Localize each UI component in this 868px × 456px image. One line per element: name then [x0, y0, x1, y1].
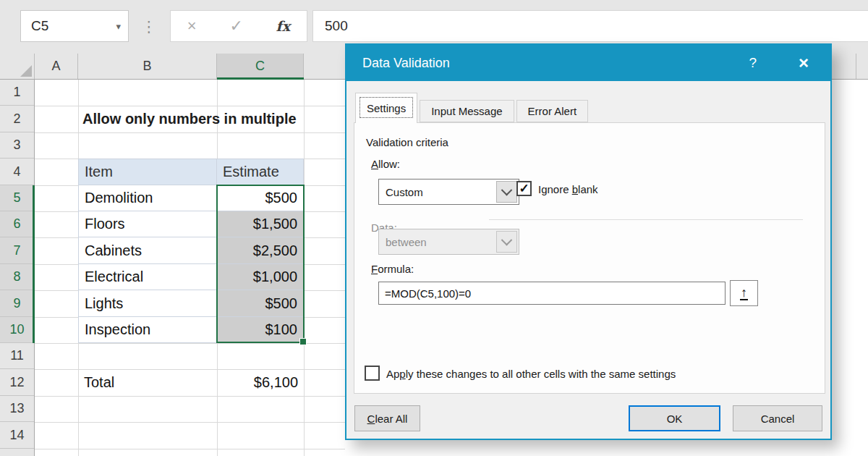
cell-item[interactable]: Cabinets — [79, 237, 217, 263]
ignore-blank-label: Ignore blank — [538, 183, 598, 195]
collapse-dialog-button[interactable]: ↑ — [730, 280, 758, 306]
cell-item[interactable]: Demolition — [79, 185, 217, 211]
data-dropdown-button — [496, 231, 517, 253]
gridline — [35, 449, 345, 449]
allow-dropdown-button[interactable] — [496, 181, 517, 203]
row-header-11[interactable]: 11 — [0, 343, 34, 369]
column-header-b[interactable]: B — [78, 54, 217, 79]
validation-criteria-label: Validation criteria — [366, 136, 448, 148]
column-header-c[interactable]: C — [217, 54, 304, 79]
row-header-5[interactable]: 5 — [0, 185, 34, 211]
dialog-titlebar[interactable]: Data Validation — [346, 45, 830, 81]
selected-rows-strip — [33, 185, 35, 343]
row-header-13[interactable]: 13 — [0, 396, 34, 422]
row-header-15[interactable]: 15 — [0, 449, 34, 456]
allow-dropdown-value: Custom — [386, 186, 423, 198]
gridline — [35, 132, 345, 133]
header-cell-item[interactable]: Item — [79, 159, 217, 185]
toolbar-separator-icon: ⋮ — [143, 11, 155, 43]
gridline — [35, 396, 345, 397]
close-icon[interactable]: × — [799, 45, 809, 81]
tab-error-alert[interactable]: Error Alert — [516, 100, 589, 122]
excel-window: C5 ▾ ⋮ × ✓ fx 500 A B C 1 2 3 4 5 6 7 8 … — [0, 0, 868, 456]
row-header-3[interactable]: 3 — [0, 132, 34, 159]
row-header-6[interactable]: 6 — [0, 211, 34, 237]
confirm-entry-icon[interactable]: ✓ — [229, 18, 242, 34]
select-all-triangle-icon — [20, 65, 32, 77]
settings-tab-page: Validation criteria Allow: Custom ✓ Igno… — [354, 122, 825, 394]
row-header-7[interactable]: 7 — [0, 237, 34, 264]
data-dropdown: between — [378, 229, 519, 255]
row-header-1[interactable]: 1 — [0, 80, 34, 106]
data-validation-dialog: Data Validation ? × Settings Input Messa… — [345, 43, 832, 440]
sheet-title-cell[interactable]: Allow only numbers in multiple — [82, 106, 297, 132]
name-box-dropdown-icon[interactable]: ▾ — [116, 21, 121, 32]
group-divider — [489, 219, 803, 220]
row-header-9[interactable]: 9 — [0, 290, 34, 317]
selected-column-underline — [217, 77, 304, 80]
tab-settings[interactable]: Settings — [355, 93, 417, 123]
chevron-down-icon — [501, 234, 513, 245]
gridline — [35, 422, 345, 423]
formula-input[interactable]: =MOD(C5,100)=0 — [378, 282, 726, 305]
cell-item[interactable]: Floors — [79, 211, 217, 237]
formula-buttons-group: × ✓ fx — [170, 10, 307, 42]
fill-handle[interactable] — [299, 338, 307, 345]
allow-label: Allow: — [371, 158, 400, 170]
selection-border — [216, 185, 305, 343]
total-label-cell[interactable]: Total — [84, 369, 114, 396]
column-header-a[interactable]: A — [35, 54, 78, 79]
select-all-corner[interactable] — [0, 54, 35, 79]
row-header-2[interactable]: 2 — [0, 106, 34, 132]
tab-input-message[interactable]: Input Message — [420, 100, 514, 122]
apply-changes-label: Apply these changes to all other cells w… — [386, 368, 676, 380]
cell-item[interactable]: Electrical — [79, 264, 217, 290]
column-divider — [856, 54, 856, 79]
ok-button[interactable]: OK — [629, 405, 720, 431]
dialog-title: Data Validation — [362, 56, 450, 71]
cancel-entry-icon[interactable]: × — [187, 18, 197, 34]
checkmark-icon: ✓ — [519, 182, 529, 195]
formula-bar[interactable]: 500 — [312, 10, 868, 42]
data-dropdown-value: between — [386, 236, 427, 248]
apply-changes-checkbox[interactable] — [365, 366, 380, 381]
cell-item[interactable]: Inspection — [79, 317, 217, 342]
chevron-down-icon — [501, 184, 513, 195]
header-cell-estimate[interactable]: Estimate — [217, 159, 303, 185]
formula-input-value: =MOD(C5,100)=0 — [385, 287, 471, 300]
total-value-cell[interactable]: $6,100 — [217, 369, 298, 396]
insert-function-icon[interactable]: fx — [276, 18, 291, 34]
gridline — [35, 369, 345, 370]
gridline — [35, 343, 345, 344]
formula-label: Formula: — [371, 263, 414, 275]
ignore-blank-checkbox[interactable]: ✓ — [516, 181, 532, 196]
clear-all-button[interactable]: Clear All — [354, 405, 420, 431]
cell-item[interactable]: Lights — [79, 290, 217, 316]
name-box[interactable]: C5 ▾ — [20, 10, 129, 42]
formula-bar-value: 500 — [325, 18, 348, 34]
row-header-8[interactable]: 8 — [0, 264, 34, 290]
cancel-button[interactable]: Cancel — [733, 405, 822, 431]
row-headers: 1 2 3 4 5 6 7 8 9 10 11 12 13 14 15 — [0, 80, 35, 456]
table-header-row: Item Estimate — [79, 159, 303, 185]
row-header-14[interactable]: 14 — [0, 422, 34, 449]
help-icon[interactable]: ? — [749, 45, 757, 81]
dialog-tabs: Settings Input Message Error Alert — [355, 93, 590, 123]
allow-dropdown[interactable]: Custom — [378, 179, 519, 205]
row-header-12[interactable]: 12 — [0, 369, 34, 396]
name-box-value: C5 — [31, 18, 48, 34]
row-header-4[interactable]: 4 — [0, 159, 34, 185]
row-header-10[interactable]: 10 — [0, 317, 34, 343]
collapse-arrow-icon: ↑ — [740, 286, 748, 301]
